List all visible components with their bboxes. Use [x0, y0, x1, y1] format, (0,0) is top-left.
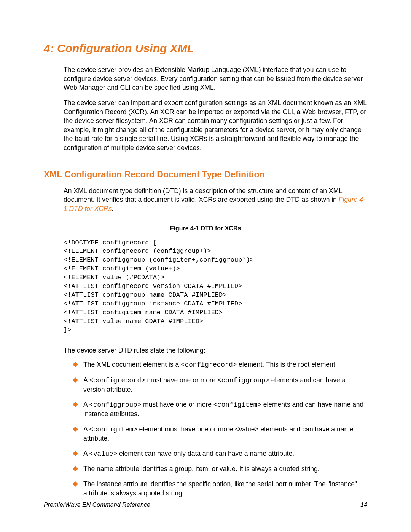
- list-text: The instance attribute identifies the sp…: [83, 480, 357, 497]
- list-text: element can have only data and can have …: [117, 450, 294, 457]
- code-inline: <configrecord>: [89, 377, 145, 384]
- list-text: element. This is the root element.: [237, 361, 337, 368]
- footer-page-number: 14: [360, 502, 367, 508]
- section-intro-text-b: .: [112, 205, 113, 212]
- list-text: A: [83, 450, 89, 457]
- section-title: XML Configuration Record Document Type D…: [44, 169, 367, 180]
- paragraph-2: The device server can import and export …: [44, 99, 367, 153]
- list-item: A <value> element can have only data and…: [73, 449, 367, 459]
- section-intro: An XML document type definition (DTD) is…: [44, 187, 367, 214]
- list-item: The XML document element is a <configrec…: [73, 360, 367, 370]
- list-item: A <configgroup> must have one or more <c…: [73, 400, 367, 419]
- rules-list: The XML document element is a <configrec…: [44, 360, 367, 498]
- code-inline: <configgroup>: [89, 401, 142, 409]
- code-inline: <configgroup>: [217, 377, 269, 384]
- list-item: A <configitem> element must have one or …: [73, 425, 367, 443]
- code-inline: <configitem>: [89, 426, 137, 433]
- code-inline: <configitem>: [213, 401, 261, 409]
- code-inline: <configrecord>: [181, 361, 237, 369]
- list-text: A: [83, 401, 89, 408]
- list-item: The instance attribute identifies the sp…: [73, 480, 367, 498]
- rules-intro: The device server DTD rules state the fo…: [44, 346, 367, 355]
- page-footer: PremierWave EN Command Reference 14: [44, 498, 367, 508]
- list-item: The name attribute identifies a group, i…: [73, 465, 367, 474]
- section-intro-text-a: An XML document type definition (DTD) is…: [64, 187, 342, 204]
- code-inline: <value>: [89, 450, 118, 458]
- figure-caption: Figure 4-1 DTD for XCRs: [44, 225, 367, 232]
- list-text: The XML document element is a: [83, 361, 181, 368]
- list-text: A: [83, 376, 89, 384]
- paragraph-1: The device server provides an Extensible…: [44, 66, 367, 93]
- list-text: The name attribute identifies a group, i…: [83, 465, 320, 473]
- dtd-code-block: <!DOCTYPE configrecord [ <!ELEMENT confi…: [44, 239, 367, 335]
- list-text: must have one or more: [141, 401, 213, 408]
- chapter-title: 4: Configuration Using XML: [44, 42, 367, 55]
- page: 4: Configuration Using XML The device se…: [0, 0, 411, 532]
- list-text: A: [83, 425, 89, 433]
- footer-doc-title: PremierWave EN Command Reference: [44, 502, 150, 508]
- list-text: must have one or more: [145, 376, 218, 384]
- list-item: A <configrecord> must have one or more <…: [73, 376, 367, 394]
